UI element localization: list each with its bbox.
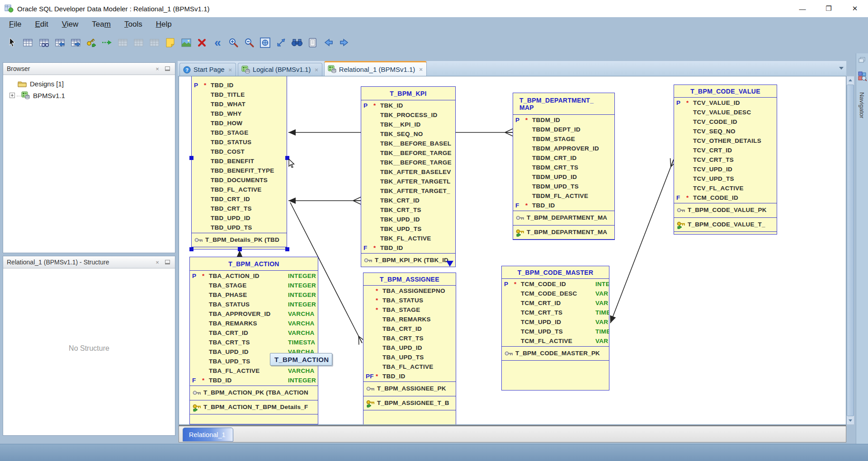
zoom-in-icon[interactable] bbox=[228, 37, 239, 48]
navigator-icon[interactable] bbox=[858, 71, 867, 83]
maximize-button[interactable]: ❐ bbox=[816, 0, 842, 17]
column-row: TBA_CRT_IDVARCHA bbox=[190, 329, 318, 338]
fit-screen-icon[interactable] bbox=[259, 37, 271, 48]
column-name: TBD_ID bbox=[532, 202, 555, 209]
delete-icon[interactable] bbox=[196, 37, 208, 48]
column-name: TBD_FL_ACTIVE bbox=[211, 186, 262, 193]
column-name: TBDM_CRT_ID bbox=[532, 155, 577, 161]
new-foreign-key-icon[interactable] bbox=[85, 37, 97, 48]
ddl-preview-icon[interactable] bbox=[307, 37, 318, 48]
entity-t-bpm-kpi[interactable]: T_BPM_KPIP*TBK_IDTBK_PROCESS_IDTBK__KPI_… bbox=[361, 86, 456, 267]
menu-file[interactable]: File bbox=[5, 19, 25, 30]
split-table-icon[interactable] bbox=[54, 37, 65, 48]
selection-handle[interactable] bbox=[285, 247, 289, 251]
primary-key-icon bbox=[677, 207, 686, 215]
column-type: INTEGER bbox=[288, 282, 316, 289]
menu-team[interactable]: Team bbox=[88, 19, 114, 30]
collapse-all-icon[interactable]: « bbox=[212, 37, 223, 48]
column-row: TCV_VALUE_DESC bbox=[674, 108, 777, 118]
key-marker: F bbox=[192, 377, 196, 384]
column-name: TBDM_APPROVER_ID bbox=[532, 145, 599, 152]
key-label: T_BPM_CODE_VALUE_PK bbox=[688, 207, 767, 213]
diagram-canvas[interactable]: P*TBD_IDTBD_TITLETBD_WHATTBD_WHYTBD_HOWT… bbox=[179, 76, 846, 425]
selection-handle[interactable] bbox=[189, 156, 193, 160]
column-type: INTEGER bbox=[288, 292, 316, 298]
expand-plus-icon[interactable] bbox=[9, 92, 21, 99]
status-bar bbox=[0, 444, 868, 461]
column-row: TBK_FL_ACTIVE bbox=[361, 234, 455, 244]
search-icon[interactable] bbox=[291, 37, 302, 48]
column-name: TBK_CRT_TS bbox=[380, 207, 421, 213]
panel-close-icon[interactable]: × bbox=[153, 259, 161, 266]
key-marker: P bbox=[504, 281, 508, 287]
column-name: TCV_OTHER_DETAILS bbox=[693, 137, 761, 144]
column-row: TBK_CRT_TS bbox=[361, 206, 455, 215]
table-tool-1-icon bbox=[117, 37, 128, 48]
tab-close-icon[interactable]: × bbox=[419, 66, 423, 73]
diagram-subtab-relational-1[interactable]: Relational_1 bbox=[183, 428, 233, 442]
new-table-icon[interactable] bbox=[22, 37, 33, 48]
tree-item-label: BPMSv1.1 bbox=[33, 92, 65, 99]
scroll-up-button[interactable] bbox=[847, 76, 854, 84]
entity-t-bpm-code-master[interactable]: T_BPM_CODE_MASTERP*TCM_CODE_IDINTETCM_CO… bbox=[501, 266, 609, 390]
column-row: TBD_BENEFIT bbox=[192, 157, 287, 166]
navigate-back-icon[interactable] bbox=[323, 37, 334, 48]
tree-item-bpmsv1-1[interactable]: BPMSv1.1 bbox=[6, 89, 175, 101]
tree-item-designs-1-[interactable]: Designs [1] bbox=[6, 78, 175, 89]
model-icon bbox=[328, 65, 336, 73]
column-type: VARCHA bbox=[288, 320, 315, 327]
scroll-down-button[interactable] bbox=[847, 417, 854, 424]
panel-minimize-icon[interactable] bbox=[163, 65, 171, 72]
scrollbar-thumb[interactable] bbox=[847, 85, 854, 416]
menu-edit[interactable]: Edit bbox=[31, 19, 52, 30]
column-name: TBD_WHAT bbox=[211, 101, 245, 108]
selection-handle[interactable] bbox=[189, 247, 193, 251]
column-row: *TBA_STATUS bbox=[363, 296, 456, 306]
resize-to-visible-icon[interactable] bbox=[275, 37, 287, 48]
column-row: TBD_BENEFIT_TYPE bbox=[192, 166, 287, 176]
view-table-details-icon[interactable] bbox=[38, 37, 49, 48]
new-dependency-icon[interactable] bbox=[101, 37, 113, 48]
column-row: TBDM_STAGE bbox=[513, 135, 614, 144]
column-row: TBDM_DEPT_ID bbox=[513, 125, 614, 135]
tab-start-page[interactable]: ?Start Page× bbox=[179, 63, 236, 76]
entity-t-bpm-assignee[interactable]: T_BPM_ASSIGNEE*TBA_ASSIGNEEPNO*TBA_STATU… bbox=[363, 273, 456, 425]
select-pointer-icon[interactable] bbox=[6, 37, 18, 48]
primary-key-icon bbox=[366, 386, 375, 393]
entity-t-bpm-department-map[interactable]: T_BPM_DEPARTMENT_MAPP*TBDM_IDTBDM_DEPT_I… bbox=[513, 93, 615, 240]
column-name: TBDM_UPD_TS bbox=[532, 183, 579, 190]
tab-close-icon[interactable]: × bbox=[229, 66, 232, 73]
new-note-icon[interactable] bbox=[165, 37, 176, 48]
minimize-button[interactable]: — bbox=[789, 0, 816, 17]
canvas-vertical-scrollbar[interactable] bbox=[846, 76, 854, 425]
panel-close-icon[interactable]: × bbox=[153, 65, 161, 72]
zoom-out-icon[interactable] bbox=[244, 37, 255, 48]
column-row: TCM_CODE_DESCVAR bbox=[502, 289, 609, 299]
column-type: VARCHA bbox=[288, 329, 315, 336]
entity-t-bpm-details[interactable]: P*TBD_IDTBD_TITLETBD_WHATTBD_WHYTBD_HOWT… bbox=[191, 76, 287, 249]
entity-t-bpm-action[interactable]: T_BPM_ACTIONP*TBA_ACTION_IDINTEGERTBA_ST… bbox=[189, 257, 318, 424]
column-row: TBA_FL_ACTIVE bbox=[363, 362, 456, 372]
column-row: TBD_CRT_TS bbox=[192, 204, 287, 214]
column-name: TCV_VALUE_DESC bbox=[693, 109, 751, 116]
entity-t-bpm-code-value[interactable]: T_BPM_CODE_VALUEP*TCV_VALUE_IDTCV_VALUE_… bbox=[674, 85, 777, 235]
close-button[interactable]: ✕ bbox=[842, 0, 868, 17]
navigate-forward-icon[interactable] bbox=[339, 37, 350, 48]
tab-close-icon[interactable]: × bbox=[315, 66, 318, 73]
key-label: T_BPM_ACTION_PK (TBA_ACTION bbox=[203, 389, 308, 396]
merge-tables-icon[interactable] bbox=[70, 37, 81, 48]
column-row: TBK_SEQ_NO bbox=[361, 130, 455, 139]
column-row: TBK__BEFORE_TARGE bbox=[361, 149, 455, 158]
panel-minimize-icon[interactable] bbox=[163, 259, 171, 266]
tab-overflow-chevron-icon[interactable] bbox=[839, 67, 844, 70]
column-row: TBA_REMARKS bbox=[363, 315, 456, 325]
navigator-tab[interactable]: Navigator bbox=[859, 92, 865, 118]
menu-view[interactable]: View bbox=[58, 19, 82, 30]
selection-handle[interactable] bbox=[238, 247, 242, 251]
new-image-icon[interactable] bbox=[180, 37, 192, 48]
menu-help[interactable]: Help bbox=[152, 19, 175, 30]
tab-logical-bpmsv1-1-[interactable]: Logical (BPMSv1.1)× bbox=[238, 63, 322, 76]
tab-relational-1-bpmsv1-1-[interactable]: Relational_1 (BPMSv1.1)× bbox=[324, 61, 427, 76]
menu-tools[interactable]: Tools bbox=[121, 19, 146, 30]
restore-panel-icon[interactable] bbox=[859, 57, 866, 65]
